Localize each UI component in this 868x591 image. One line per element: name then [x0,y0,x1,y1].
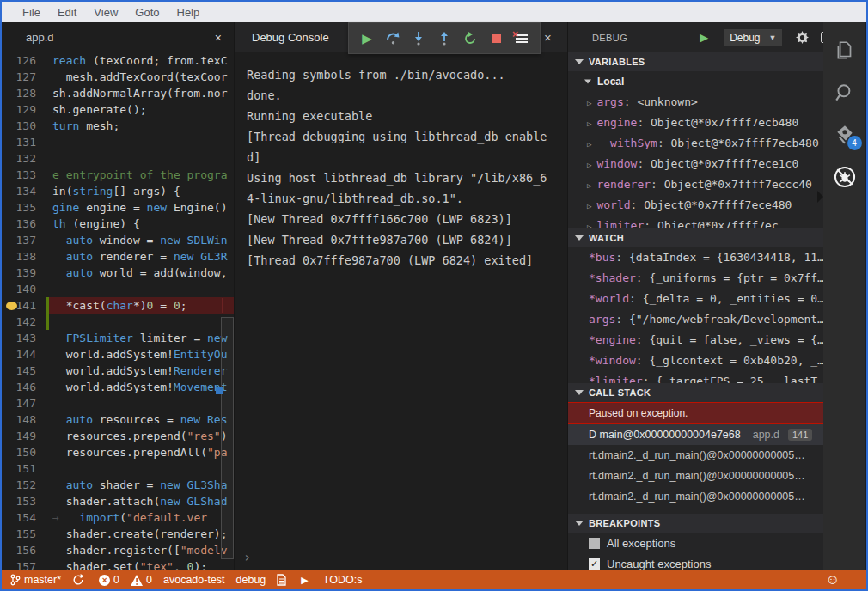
code-line-137[interactable]: 137 auto window = new SDLWin [2,232,234,248]
menu-item-edit[interactable]: Edit [49,6,85,19]
code-line-127[interactable]: 127 mesh.addTexCoord(texCoor [2,69,234,85]
watch-row-window[interactable]: *window: {_glcontext = 0xb40b20, _… [568,350,823,371]
sync-status-item[interactable] [72,574,88,586]
code-line-139[interactable]: 139 auto world = add(window, [2,265,234,281]
restart-button[interactable] [462,30,479,47]
watch-row-shader[interactable]: *shader: {_uniforms = {ptr = 0x7ff… [568,268,823,289]
continue-button[interactable]: ▶ [358,30,376,47]
smiley-status-item[interactable]: ☺ [826,572,843,588]
play-status-item[interactable]: ▶ [301,575,311,586]
todo-s-status-item[interactable]: TODO:s [323,574,363,586]
explorer-icon[interactable] [831,37,859,64]
menu-item-view[interactable]: View [85,6,126,19]
step-out-button[interactable] [436,30,453,47]
variable-row-__withSym[interactable]: ▷__withSym: Object@*0x7ffff7ecb480 [568,133,823,154]
start-debug-button[interactable]: ▶ [700,31,708,44]
code-line-151[interactable]: 151 [2,460,234,477]
variables-section-header[interactable]: VARIABLES [568,52,823,71]
code-line-153[interactable]: 153 shader.attach(new GLShad [2,493,234,509]
tab-app-d[interactable]: app.d × [2,22,234,52]
code-line-144[interactable]: 144 world.addSystem!EntityOu [2,346,234,363]
call-stack-frame[interactable]: D main@0x00000000004e7e68app.d141 [568,424,823,445]
code-line-142[interactable]: 142 [2,314,234,330]
watch-row-engine[interactable]: *engine: {quit = false, _views = {… [568,330,823,350]
call-stack-header-label: CALL STACK [589,387,651,398]
code-line-156[interactable]: 156 shader.register(["modelv [2,542,234,558]
clear-output-button[interactable]: × [513,30,530,47]
code-line-141[interactable]: 141 *cast(char*)0 = 0; [2,297,234,314]
code-line-131[interactable]: 131 [2,134,234,150]
code-line-132[interactable]: 132 [2,150,234,167]
code-line-135[interactable]: 135gine engine = new Engine() [2,199,234,216]
step-over-button[interactable] [384,30,401,47]
code-line-138[interactable]: 138 auto renderer = new GL3R [2,248,234,265]
breakpoint-icon[interactable] [6,302,17,310]
checkbox-unchecked-icon[interactable] [589,538,600,549]
code-line-143[interactable]: 143 FPSLimiter limiter = new [2,330,234,346]
code-line-152[interactable]: 152 auto shader = new GL3Sha [2,477,234,493]
code-line-148[interactable]: 148 auto resources = new Res [2,411,234,428]
stop-button[interactable] [487,30,504,47]
breakpoint-option[interactable]: ✓Uncaught exceptions [568,553,823,570]
console-output-line: [New Thread 0x7fffe987a700 (LWP 6824)] [247,229,567,250]
master--status-item[interactable]: master* [10,574,61,586]
file-status-item[interactable] [277,574,290,586]
debug-icon[interactable] [831,163,859,191]
call-stack-frame[interactable]: rt.dmain2._d_run_main()@0x00000000005… [568,486,823,507]
watch-row-world[interactable]: *world: {_delta = 0, _entities = 0… [568,289,823,309]
menu-item-file[interactable]: File [14,6,49,19]
watch-row-limiter[interactable]: *limiter: {_targetFPS = 25, _lastT… [568,371,823,383]
code-line-149[interactable]: 149 resources.prepend("res") [2,428,234,444]
code-line-126[interactable]: 126reach (texCoord; from.texC [2,52,234,69]
variable-row-args[interactable]: ▷args: <unknown> [568,92,823,113]
scope-local[interactable]: Local [568,71,823,92]
checkbox-checked-icon[interactable]: ✓ [589,558,600,570]
watch-section-header[interactable]: WATCH [568,228,823,247]
0-status-item[interactable]: 0 [131,574,152,586]
file-icon [277,574,286,586]
code-line-130[interactable]: 130turn mesh; [2,118,234,134]
call-stack-frame[interactable]: rt.dmain2._d_run_main()@0x00000000005… [568,445,823,466]
code-line-145[interactable]: 145 world.addSystem!Renderer [2,363,234,379]
tab-close-icon[interactable]: × [210,31,227,45]
debug-console-output[interactable]: › Reading symbols from ./bin/avocado...d… [235,52,567,570]
code-line-154[interactable]: 154→ import("default.ver [2,509,234,526]
code-line-128[interactable]: 128sh.addNormalArray(from.nor [2,85,234,101]
breakpoints-section-header[interactable]: BREAKPOINTS [568,514,823,533]
source-control-icon[interactable]: 4 [831,121,859,149]
watch-row-bus[interactable]: *bus: {dataIndex = {1630434418, 11… [568,247,823,268]
code-line-134[interactable]: 134in(string[] args) { [2,183,234,199]
debug-config-select[interactable]: Debug ▼ [724,29,782,46]
step-into-button[interactable] [410,30,427,47]
menu-item-goto[interactable]: Goto [126,6,168,19]
code-line-136[interactable]: 136th (engine) { [2,216,234,232]
code-line-155[interactable]: 155 shader.create(renderer); [2,526,234,542]
code-line-133[interactable]: 133e entrypoint of the progra [2,167,234,183]
breakpoints-section: BREAKPOINTS All exceptions✓Uncaught exce… [568,514,823,570]
console-input-prompt[interactable]: › [243,550,251,565]
variable-row-renderer[interactable]: ▷renderer: Object@*0x7ffff7eccc40 [568,174,823,195]
editor-scrollbar[interactable] [221,317,234,559]
watch-row-args[interactable]: args: {"/home/webfreak/Development… [568,309,823,330]
variable-row-engine[interactable]: ▷engine: Object@*0x7ffff7ecb480 [568,113,823,133]
0-status-item[interactable]: ×0 [99,574,119,586]
avocado-test-status-item[interactable]: avocado-test [163,574,225,586]
code-line-157[interactable]: 157 shader.set("tex", 0); [2,558,234,570]
gear-icon[interactable] [796,31,809,44]
breakpoint-option[interactable]: All exceptions [568,533,823,553]
call-stack-frame[interactable]: rt.dmain2._d_run_main()@0x00000000005… [568,466,823,486]
variable-row-world[interactable]: ▷world: Object@*0x7ffff7ece480 [568,195,823,216]
code-editor[interactable]: 126reach (texCoord; from.texC127 mesh.ad… [2,52,234,570]
call-stack-section-header[interactable]: CALL STACK [568,383,823,402]
code-line-150[interactable]: 150 resources.prependAll("pa [2,444,234,460]
menu-item-help[interactable]: Help [168,6,209,19]
code-line-146[interactable]: 146 world.addSystem!Movement [2,379,234,395]
variable-row-limiter[interactable]: ▷limiter: Object@*0x7ffff7ec… [568,216,823,228]
debug-status-item[interactable]: debug [236,574,266,586]
variable-row-window[interactable]: ▷window: Object@*0x7ffff7ece1c0 [568,154,823,174]
search-icon[interactable] [831,79,859,107]
code-line-147[interactable]: 147 [2,395,234,411]
console-close-icon[interactable]: × [544,30,552,45]
code-line-140[interactable]: 140 [2,281,234,297]
code-line-129[interactable]: 129sh.generate(); [2,101,234,118]
